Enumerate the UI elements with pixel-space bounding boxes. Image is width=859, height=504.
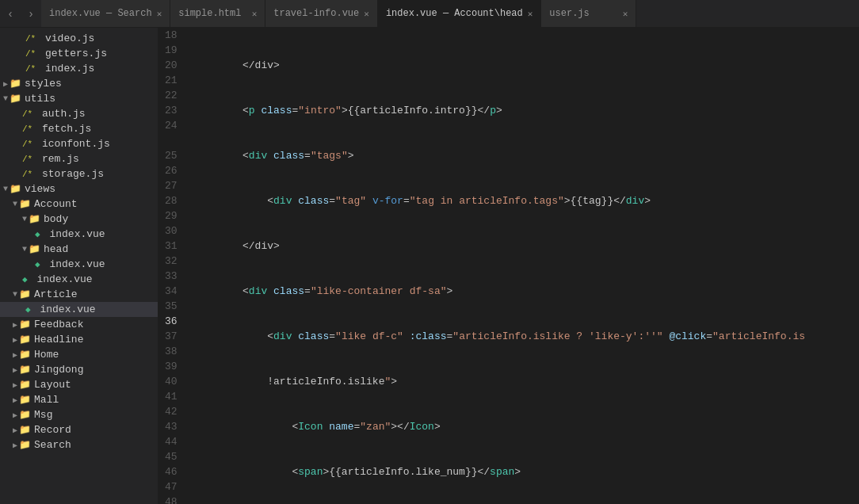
sidebar-item-label: Layout (34, 379, 71, 391)
sidebar-item-label: storage.js (36, 168, 104, 180)
sidebar-item-index-js[interactable]: /* index.js (0, 61, 158, 76)
tab-nav-left[interactable]: ‹ (0, 0, 21, 27)
sidebar-item-body-index-vue[interactable]: ◆ index.vue (0, 227, 158, 242)
tab-label: travel-info.vue (273, 8, 359, 19)
sidebar-item-label: iconfont.js (36, 138, 110, 150)
file-icon: ◆ (35, 229, 40, 239)
file-icon: ◆ (25, 304, 31, 315)
sidebar-item-head-index-vue[interactable]: ◆ index.vue (0, 257, 158, 272)
sidebar-item-label: body (44, 213, 68, 225)
code-line-26: <span>{{articleInfo.like_num}}</span> (193, 464, 859, 479)
arrow-icon: ▼ (22, 245, 27, 254)
sidebar-item-video-js[interactable]: /* video.js (0, 31, 158, 46)
sidebar-item-msg[interactable]: ▶ 📁 Msg (0, 407, 158, 422)
tab-simple-html[interactable]: simple.html ✕ (170, 0, 265, 27)
sidebar-item-article[interactable]: ▼ 📁 Article (0, 287, 158, 302)
folder-icon: 📁 (19, 198, 31, 210)
sidebar-item-label: auth.js (36, 108, 85, 120)
tab-travel-info[interactable]: travel-info.vue ✕ (265, 0, 378, 27)
tab-label: simple.html (178, 8, 241, 19)
sidebar-item-mall[interactable]: ▶ 📁 Mall (0, 392, 158, 407)
line-numbers: 18 19 20 21 22 23 24 25 26 27 28 29 30 3… (158, 28, 187, 504)
folder-icon: 📁 (29, 213, 40, 225)
tab-close[interactable]: ✕ (623, 9, 628, 19)
code-container[interactable]: 18 19 20 21 22 23 24 25 26 27 28 29 30 3… (158, 28, 859, 504)
sidebar-item-record[interactable]: ▶ 📁 Record (0, 422, 158, 437)
arrow-icon: ▼ (13, 200, 17, 208)
arrow-icon: ▶ (3, 79, 8, 89)
sidebar-item-article-index-vue[interactable]: ◆ index.vue (0, 302, 158, 317)
file-icon: /* (22, 155, 32, 164)
sidebar-item-account-index-vue[interactable]: ◆ index.vue (0, 272, 158, 287)
arrow-icon: ▼ (22, 215, 27, 223)
tab-index-search[interactable]: index.vue — Search ✕ (41, 0, 170, 27)
arrow-icon: ▼ (3, 185, 8, 193)
file-icon: /* (25, 34, 36, 44)
tab-bar: ‹ › index.vue — Search ✕ simple.html ✕ t… (0, 0, 859, 28)
folder-icon: 📁 (19, 288, 31, 300)
file-icon: /* (22, 139, 32, 149)
sidebar-item-utils[interactable]: ▼ 📁 utils (0, 91, 158, 106)
sidebar-item-auth-js[interactable]: /* auth.js (0, 106, 158, 121)
tab-nav-right[interactable]: › (21, 0, 41, 27)
sidebar-item-getters-js[interactable]: /* getters.js (0, 46, 158, 61)
tab-close[interactable]: ✕ (157, 9, 162, 19)
arrow-icon: ▶ (13, 320, 17, 330)
sidebar-item-home[interactable]: ▶ 📁 Home (0, 347, 158, 362)
code-line-25: <Icon name="zan"></Icon> (193, 419, 859, 434)
sidebar-item-feedback[interactable]: ▶ 📁 Feedback (0, 317, 158, 332)
sidebar-item-views[interactable]: ▼ 📁 views (0, 181, 158, 197)
file-icon: /* (22, 170, 32, 179)
sidebar-item-account[interactable]: ▼ 📁 Account (0, 197, 158, 212)
sidebar-item-label: fetch.js (36, 123, 91, 135)
sidebar-item-label: utils (25, 93, 55, 105)
sidebar-item-label: Jingdong (34, 364, 83, 376)
sidebar-item-jingdong[interactable]: ▶ 📁 Jingdong (0, 362, 158, 377)
sidebar-item-headline[interactable]: ▶ 📁 Headline (0, 332, 158, 347)
tab-index-account-head[interactable]: index.vue — Account\head ✕ (378, 0, 541, 27)
arrow-icon: ▶ (13, 426, 17, 435)
sidebar: /* video.js /* getters.js /* index.js ▶ … (0, 28, 158, 504)
sidebar-item-label: Headline (34, 334, 83, 346)
code-line-23: <div class="like-container df-sa"> (193, 284, 859, 299)
file-icon: ◆ (35, 259, 40, 269)
folder-icon: 📁 (19, 424, 31, 436)
arrow-icon: ▶ (13, 441, 17, 450)
sidebar-item-label: video.js (39, 32, 94, 44)
code-line-24b: !articleInfo.islike"> (193, 374, 859, 389)
folder-icon: 📁 (10, 93, 21, 105)
sidebar-item-styles[interactable]: ▶ 📁 styles (0, 76, 158, 91)
sidebar-item-label: getters.js (39, 48, 107, 59)
arrow-icon: ▶ (13, 350, 17, 360)
sidebar-item-fetch-js[interactable]: /* fetch.js (0, 121, 158, 136)
folder-icon: 📁 (19, 364, 31, 376)
sidebar-item-label: views (25, 183, 55, 195)
sidebar-item-head[interactable]: ▼ 📁 head (0, 242, 158, 257)
sidebar-item-iconfont-js[interactable]: /* iconfont.js (0, 136, 158, 151)
sidebar-item-label: styles (25, 78, 62, 90)
sidebar-item-rem-js[interactable]: /* rem.js (0, 151, 158, 166)
sidebar-item-label: index.vue (34, 304, 96, 315)
arrow-icon: ▶ (13, 410, 17, 420)
sidebar-item-layout[interactable]: ▶ 📁 Layout (0, 377, 158, 392)
tab-user-js[interactable]: user.js ✕ (541, 0, 636, 27)
file-icon: /* (22, 124, 32, 134)
sidebar-item-label: Account (34, 198, 78, 210)
sidebar-item-search[interactable]: ▶ 📁 Search (0, 437, 158, 452)
sidebar-item-storage-js[interactable]: /* storage.js (0, 166, 158, 181)
tab-close[interactable]: ✕ (528, 9, 533, 19)
folder-icon: 📁 (19, 349, 31, 361)
sidebar-item-body[interactable]: ▼ 📁 body (0, 212, 158, 227)
sidebar-item-label: index.js (39, 63, 94, 74)
sidebar-item-label: Feedback (34, 319, 83, 330)
sidebar-item-label: Search (34, 439, 71, 451)
sidebar-item-label: Mall (34, 394, 59, 406)
tab-close[interactable]: ✕ (252, 9, 258, 19)
sidebar-item-label: rem.js (36, 153, 79, 165)
main-area: /* video.js /* getters.js /* index.js ▶ … (0, 28, 859, 504)
code-editor[interactable]: </div> <p class="intro">{{articleInfo.in… (187, 28, 859, 504)
sidebar-item-label: Msg (34, 409, 52, 421)
folder-icon: 📁 (19, 379, 31, 391)
folder-icon: 📁 (10, 183, 21, 195)
tab-close[interactable]: ✕ (364, 9, 369, 19)
